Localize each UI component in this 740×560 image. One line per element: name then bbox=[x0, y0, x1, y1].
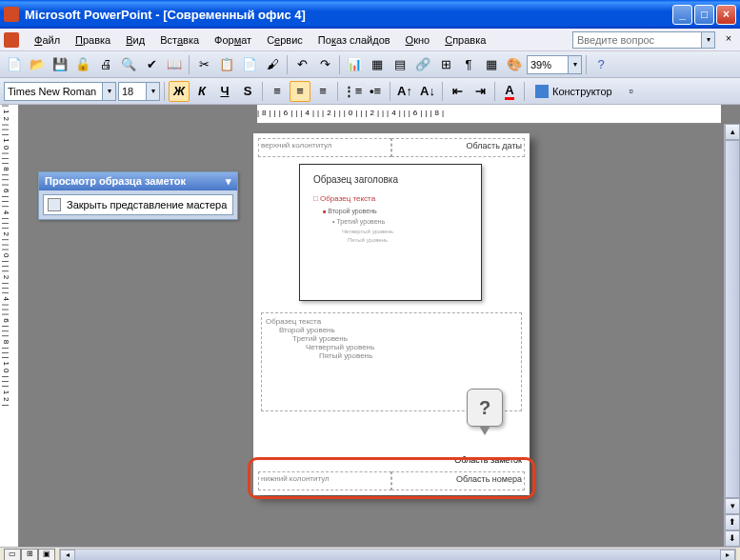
grid-button[interactable]: ▦ bbox=[481, 54, 502, 75]
panel-header[interactable]: Просмотр образца заметок ▾ bbox=[39, 172, 237, 190]
view-buttons-bar: ▭ ⊞ ▣ ◂ ▸ bbox=[0, 547, 740, 560]
help-callout: ? bbox=[467, 389, 503, 427]
show-formatting-button[interactable]: ¶ bbox=[458, 54, 479, 75]
preview-button[interactable]: 🔍 bbox=[118, 54, 139, 75]
open-button[interactable]: 📂 bbox=[27, 54, 48, 75]
expand-button[interactable]: ⊞ bbox=[435, 54, 456, 75]
master-view-panel[interactable]: Просмотр образца заметок ▾ Закрыть предс… bbox=[38, 171, 238, 220]
h-scroll-thumb[interactable] bbox=[75, 550, 720, 560]
workspace: |12|||10|||8|||6|||4|||2|||0|||2|||4|||6… bbox=[0, 105, 740, 547]
shadow-button[interactable]: S bbox=[237, 81, 258, 102]
designer-label: Конструктор bbox=[552, 86, 612, 97]
new-slide-button[interactable]: ▫ bbox=[621, 81, 642, 102]
menu-file[interactable]: Файл bbox=[27, 32, 68, 48]
scroll-right-button[interactable]: ▸ bbox=[720, 550, 735, 560]
slide-thumbnail[interactable]: Образец заголовка Образец текста Второй … bbox=[299, 164, 482, 301]
designer-button[interactable]: Конструктор bbox=[529, 81, 619, 102]
print-button[interactable]: 🖨 bbox=[95, 54, 116, 75]
menu-insert[interactable]: Вставка bbox=[152, 32, 207, 48]
standard-toolbar: 📄 📂 💾 🔓 🖨 🔍 ✔ 📖 ✂ 📋 📄 🖌 ↶ ↷ 📊 ▦ ▤ 🔗 ⊞ ¶ … bbox=[0, 51, 740, 78]
increase-font-button[interactable]: A↑ bbox=[394, 81, 415, 102]
underline-button[interactable]: Ч bbox=[214, 81, 235, 102]
slideshow-view-button[interactable]: ▣ bbox=[38, 549, 55, 560]
vertical-scrollbar[interactable]: ▴ ▾ ⬆ ⬇ bbox=[724, 124, 740, 547]
close-master-view-button[interactable]: Закрыть представление мастера bbox=[43, 194, 233, 215]
font-family-dropdown[interactable]: ▾ bbox=[103, 82, 116, 101]
panel-dropdown-icon[interactable]: ▾ bbox=[226, 175, 231, 188]
vertical-ruler: |12|||10|||8|||6|||4|||2|||0|||2|||4|||6… bbox=[0, 105, 19, 547]
decrease-indent-button[interactable]: ⇤ bbox=[447, 81, 468, 102]
format-painter-button[interactable]: 🖌 bbox=[262, 54, 283, 75]
align-right-button[interactable]: ≡ bbox=[312, 81, 333, 102]
horizontal-scrollbar[interactable]: ◂ ▸ bbox=[59, 549, 736, 560]
menu-edit[interactable]: Правка bbox=[68, 32, 118, 48]
zoom-input[interactable] bbox=[527, 55, 569, 74]
menu-window[interactable]: Окно bbox=[398, 32, 438, 48]
cut-button[interactable]: ✂ bbox=[193, 54, 214, 75]
copy-button[interactable]: 📋 bbox=[216, 54, 237, 75]
doc-icon[interactable] bbox=[4, 32, 19, 48]
close-button[interactable]: × bbox=[716, 5, 736, 25]
align-left-button[interactable]: ≡ bbox=[267, 81, 288, 102]
tables-borders-button[interactable]: ▤ bbox=[390, 54, 410, 75]
maximize-button[interactable]: □ bbox=[694, 5, 714, 25]
spellcheck-button[interactable]: ✔ bbox=[141, 54, 162, 75]
bulleted-list-button[interactable]: •≡ bbox=[365, 81, 386, 102]
bold-button[interactable]: Ж bbox=[169, 81, 190, 102]
minimize-button[interactable]: _ bbox=[672, 5, 692, 25]
normal-view-button[interactable]: ▭ bbox=[4, 549, 21, 560]
sorter-view-button[interactable]: ⊞ bbox=[21, 549, 38, 560]
hyperlink-button[interactable]: 🔗 bbox=[412, 54, 433, 75]
new-button[interactable]: 📄 bbox=[4, 54, 25, 75]
window-title: Microsoft PowerPoint - [Современный офис… bbox=[25, 8, 672, 22]
help-button[interactable]: ? bbox=[590, 54, 611, 75]
chart-button[interactable]: 📊 bbox=[344, 54, 365, 75]
decrease-font-button[interactable]: A↓ bbox=[417, 81, 438, 102]
number-placeholder[interactable]: Область номера bbox=[391, 471, 525, 490]
prev-slide-button[interactable]: ⬆ bbox=[725, 514, 740, 530]
slide-body-placeholder: Образец текста Второй уровень Третий уро… bbox=[313, 193, 393, 246]
italic-button[interactable]: К bbox=[191, 81, 212, 102]
designer-icon bbox=[535, 85, 549, 98]
research-button[interactable]: 📖 bbox=[164, 54, 185, 75]
save-button[interactable]: 💾 bbox=[50, 54, 70, 75]
paste-button[interactable]: 📄 bbox=[239, 54, 260, 75]
slide-title-placeholder: Образец заголовка bbox=[313, 174, 398, 185]
numbered-list-button[interactable]: ⋮≡ bbox=[342, 81, 363, 102]
doc-close-button[interactable]: × bbox=[721, 32, 736, 48]
color-button[interactable]: 🎨 bbox=[504, 54, 525, 75]
notes-area-label: Область заметок bbox=[454, 455, 522, 465]
increase-indent-button[interactable]: ⇥ bbox=[470, 81, 490, 102]
canvas-area[interactable]: |8|||6|||4|||2|||0|||2|||4|||6|||8| Прос… bbox=[19, 105, 740, 547]
menu-bar: Файл Правка Вид Вставка Формат Сервис По… bbox=[0, 29, 740, 51]
permission-button[interactable]: 🔓 bbox=[72, 54, 93, 75]
horizontal-ruler: |8|||6|||4|||2|||0|||2|||4|||6|||8| bbox=[257, 105, 721, 124]
font-size-input[interactable] bbox=[118, 82, 147, 101]
menu-view[interactable]: Вид bbox=[118, 32, 152, 48]
menu-tools[interactable]: Сервис bbox=[259, 32, 310, 48]
footer-placeholder[interactable]: нижний колонтитул bbox=[258, 471, 391, 490]
align-center-button[interactable]: ≡ bbox=[290, 81, 310, 102]
close-master-icon bbox=[48, 198, 61, 211]
header-placeholder[interactable]: верхний колонтитул bbox=[258, 138, 391, 157]
table-button[interactable]: ▦ bbox=[367, 54, 388, 75]
scroll-up-button[interactable]: ▴ bbox=[725, 124, 740, 140]
menu-slideshow[interactable]: Показ слайдов bbox=[310, 32, 398, 48]
date-placeholder[interactable]: Область даты bbox=[391, 138, 525, 157]
next-slide-button[interactable]: ⬇ bbox=[725, 530, 740, 547]
font-size-dropdown[interactable]: ▾ bbox=[147, 82, 160, 101]
help-search-input[interactable] bbox=[572, 31, 702, 49]
scroll-left-button[interactable]: ◂ bbox=[60, 550, 75, 560]
formatting-toolbar: ▾ ▾ Ж К Ч S ≡ ≡ ≡ ⋮≡ •≡ A↑ A↓ ⇤ ⇥ A Конс… bbox=[0, 78, 740, 105]
redo-button[interactable]: ↷ bbox=[314, 54, 335, 75]
menu-help[interactable]: Справка bbox=[437, 32, 493, 48]
scroll-thumb[interactable] bbox=[725, 140, 740, 498]
help-dropdown[interactable]: ▾ bbox=[702, 31, 715, 49]
font-color-button[interactable]: A bbox=[499, 81, 520, 102]
undo-button[interactable]: ↶ bbox=[291, 54, 312, 75]
menu-format[interactable]: Формат bbox=[207, 32, 259, 48]
font-family-input[interactable] bbox=[4, 82, 103, 101]
scroll-down-button[interactable]: ▾ bbox=[725, 498, 740, 514]
zoom-dropdown[interactable]: ▾ bbox=[569, 55, 582, 74]
notes-master-page[interactable]: верхний колонтитул Область даты Образец … bbox=[253, 133, 530, 495]
